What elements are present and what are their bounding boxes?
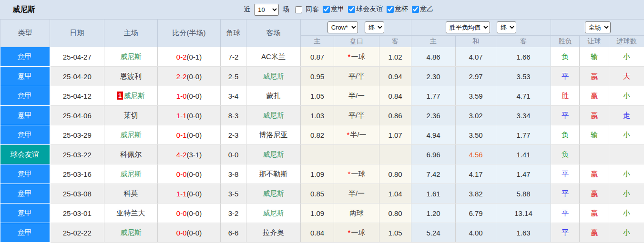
odds-home-cell: 0.82 bbox=[301, 125, 334, 145]
rank-badge: 1 bbox=[117, 92, 123, 100]
odds-provider-select[interactable]: Crow* bbox=[327, 21, 358, 33]
fulltime-score: 4-2 bbox=[176, 151, 187, 159]
result-handicap-cell: 赢 bbox=[580, 223, 609, 243]
score-cell: 0-1(0-0) bbox=[158, 125, 221, 145]
league-filter-checkbox[interactable] bbox=[412, 6, 419, 13]
result-goals-cell: 小 bbox=[609, 125, 644, 145]
away-team-cell[interactable]: 威尼斯 bbox=[246, 106, 301, 125]
away-team-cell[interactable]: 博洛尼亚 bbox=[246, 125, 301, 145]
league-filter-checkbox[interactable] bbox=[348, 6, 355, 13]
result-wdl-cell: 平 bbox=[551, 106, 580, 125]
topbar: 威尼斯 近 10 场 同客 意甲 球会友谊 意杯 意乙 bbox=[0, 0, 644, 19]
odds-home-cell: 1.09 bbox=[301, 204, 334, 223]
subcol-mean-home: 主 bbox=[411, 36, 456, 47]
score-cell: 0-2(0-1) bbox=[158, 47, 221, 67]
away-team-cell[interactable]: 威尼斯 bbox=[246, 204, 301, 223]
col-header-date: 日期 bbox=[50, 20, 104, 47]
result-goals-cell: 大 bbox=[609, 67, 644, 86]
corners-cell: 3-8 bbox=[221, 164, 246, 184]
mean-home-cell: 4.86 bbox=[411, 47, 456, 67]
away-team-cell[interactable]: 那不勒斯 bbox=[246, 164, 301, 184]
mean-home-cell: 1.20 bbox=[411, 204, 456, 223]
home-team-cell[interactable]: 亚特兰大 bbox=[104, 204, 158, 223]
fulltime-score: 1-1 bbox=[176, 190, 187, 198]
home-team-cell[interactable]: 恩波利 bbox=[104, 67, 158, 86]
league-cell: 意甲 bbox=[0, 67, 50, 86]
recent-count-select[interactable]: 10 bbox=[254, 4, 279, 16]
home-team-cell[interactable]: 威尼斯 bbox=[104, 223, 158, 243]
date-cell: 25-04-20 bbox=[50, 67, 104, 86]
away-team-cell[interactable]: 威尼斯 bbox=[246, 184, 301, 204]
table-row: 意甲 25-03-16 威尼斯 0-0(0-0) 3-8 那不勒斯 1.09 *… bbox=[0, 164, 644, 184]
date-cell: 25-04-06 bbox=[50, 106, 104, 125]
date-cell: 25-03-08 bbox=[50, 184, 104, 204]
odds-away-cell: 1.04 bbox=[379, 184, 411, 204]
result-wdl-cell: 负 bbox=[551, 125, 580, 145]
match-history-table: 类型 日期 主场 比分(半场) 角球 客场 Crow* 终 胜平负均值 终 全场… bbox=[0, 19, 644, 243]
odds-home-cell: 1.05 bbox=[301, 86, 334, 106]
halftime-score: (0-0) bbox=[187, 190, 202, 198]
league-filter-label: 意杯 bbox=[395, 5, 408, 13]
home-team-cell[interactable]: 科佩尔 bbox=[104, 145, 158, 164]
result-handicap-cell: 赢 bbox=[580, 164, 609, 184]
table-row: 球会友谊 25-03-22 科佩尔 4-2(3-1) 0-0 威尼斯 6.96 … bbox=[0, 145, 644, 164]
home-team-cell[interactable]: 威尼斯 bbox=[104, 47, 158, 67]
mean-away-cell: 13.14 bbox=[496, 204, 551, 223]
handicap-line-cell: 半/一 bbox=[334, 86, 379, 106]
date-cell: 25-03-29 bbox=[50, 125, 104, 145]
col-header-score: 比分(半场) bbox=[158, 20, 221, 47]
date-cell: 25-03-16 bbox=[50, 164, 104, 184]
halftime-score: (3-1) bbox=[187, 151, 202, 159]
odds-away-cell: 0.80 bbox=[379, 164, 411, 184]
league-filter-checkbox[interactable] bbox=[387, 6, 394, 13]
mean-type-select[interactable]: 胜平负均值 bbox=[446, 21, 490, 33]
halftime-score: (0-0) bbox=[187, 209, 202, 217]
home-team-cell[interactable]: 威尼斯 bbox=[104, 125, 158, 145]
mean-home-cell: 7.42 bbox=[411, 164, 456, 184]
odds-away-cell bbox=[379, 145, 411, 164]
home-team-cell[interactable]: 威尼斯 bbox=[104, 164, 158, 184]
away-team-cell[interactable]: 威尼斯 bbox=[246, 67, 301, 86]
result-goals-cell: 走 bbox=[609, 106, 644, 125]
scope-select[interactable]: 全场 bbox=[585, 21, 611, 33]
corners-cell: 3-5 bbox=[221, 184, 246, 204]
league-filter-checkbox[interactable] bbox=[323, 6, 330, 13]
corners-cell: 3-2 bbox=[221, 204, 246, 223]
away-team-cell[interactable]: 拉齐奥 bbox=[246, 223, 301, 243]
mean-home-cell: 4.94 bbox=[411, 125, 456, 145]
fulltime-score: 1-1 bbox=[176, 112, 187, 120]
mean-draw-cell: 3.59 bbox=[456, 86, 496, 106]
col-header-corners: 角球 bbox=[221, 20, 246, 47]
odds-home-cell: 0.87 bbox=[301, 47, 334, 67]
subcol-mean-away: 客 bbox=[496, 36, 551, 47]
league-cell: 意甲 bbox=[0, 164, 50, 184]
home-team-cell[interactable]: 科莫 bbox=[104, 184, 158, 204]
home-team-cell[interactable]: 1威尼斯 bbox=[104, 86, 158, 106]
result-goals-cell: 小 bbox=[609, 86, 644, 106]
odds-stage-select[interactable]: 终 bbox=[365, 21, 384, 33]
same-opponent-checkbox[interactable] bbox=[295, 6, 302, 13]
corners-cell: 8-3 bbox=[221, 106, 246, 125]
mean-draw-cell: 3.02 bbox=[456, 106, 496, 125]
away-team-cell[interactable]: AC米兰 bbox=[246, 47, 301, 67]
away-team-cell[interactable]: 蒙扎 bbox=[246, 86, 301, 106]
mean-draw-cell: 2.97 bbox=[456, 67, 496, 86]
mean-stage-select[interactable]: 终 bbox=[497, 21, 516, 33]
fulltime-score: 0-1 bbox=[176, 131, 187, 139]
handicap-line-cell: *一球 bbox=[334, 47, 379, 67]
fulltime-score: 0-0 bbox=[176, 229, 187, 237]
handicap-star: * bbox=[347, 131, 349, 139]
league-filter-label: 意乙 bbox=[420, 5, 433, 13]
score-cell: 0-0(0-0) bbox=[158, 204, 221, 223]
odds-home-cell: 0.84 bbox=[301, 223, 334, 243]
table-header: 类型 日期 主场 比分(半场) 角球 客场 Crow* 终 胜平负均值 终 全场… bbox=[0, 20, 644, 47]
away-team-cell[interactable]: 威尼斯 bbox=[246, 145, 301, 164]
mean-group-header: 胜平负均值 终 bbox=[411, 20, 551, 36]
table-row: 意甲 25-02-22 威尼斯 0-0(0-0) 6-6 拉齐奥 0.84 *一… bbox=[0, 223, 644, 243]
result-wdl-cell: 平 bbox=[551, 67, 580, 86]
result-goals-cell: 小 bbox=[609, 204, 644, 223]
handicap-star: * bbox=[348, 170, 351, 178]
mean-draw-cell: 4.07 bbox=[456, 47, 496, 67]
odds-group-header: Crow* 终 bbox=[301, 20, 411, 36]
home-team-cell[interactable]: 莱切 bbox=[104, 106, 158, 125]
